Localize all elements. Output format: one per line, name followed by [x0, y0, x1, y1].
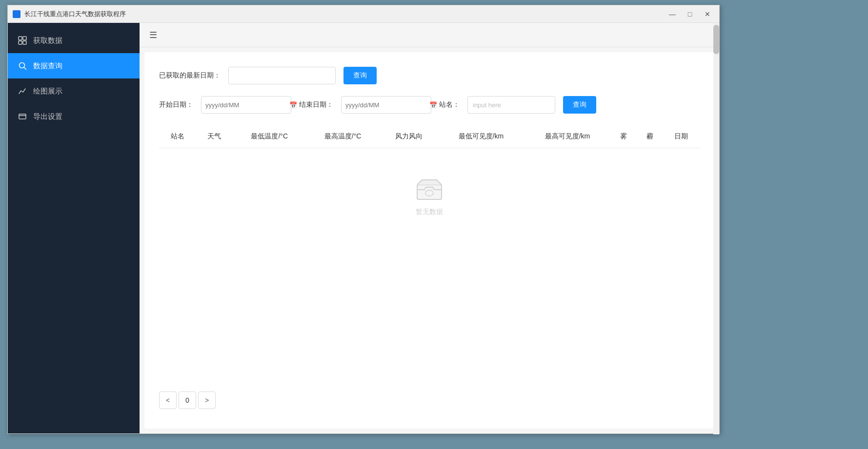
window-title: 长江干线重点港口天气数据获取程序: [24, 10, 666, 19]
svg-rect-1: [23, 37, 26, 40]
current-page: 0: [179, 391, 196, 409]
next-page-button[interactable]: >: [198, 391, 216, 409]
start-date-input[interactable]: [205, 101, 287, 109]
scrollbar[interactable]: [713, 23, 719, 433]
table-header-row: 站名天气最低温度/°C最高温度/°C风力风向最低可见度/km最高可见度/km雾霾…: [159, 125, 700, 148]
content-area: 已获取的最新日期： 查询 开始日期： 📅 结束日期： 📅: [144, 52, 714, 429]
menu-icon[interactable]: ☰: [149, 30, 157, 40]
chart-icon: [18, 86, 27, 96]
empty-icon: [415, 177, 444, 202]
scrollbar-thumb[interactable]: [713, 25, 719, 54]
search-query-button[interactable]: 查询: [563, 96, 596, 114]
window-controls: — □ ✕: [666, 9, 714, 19]
sidebar-label-data-query: 数据查询: [33, 61, 62, 71]
station-input[interactable]: [467, 96, 555, 114]
sidebar-item-chart[interactable]: 绘图展示: [8, 78, 140, 104]
sidebar-item-export[interactable]: 导出设置: [8, 104, 140, 129]
empty-text: 暂无数据: [416, 208, 443, 216]
search-row: 开始日期： 📅 结束日期： 📅 站名： 查询: [159, 96, 700, 114]
sidebar-label-export: 导出设置: [33, 112, 62, 121]
top-bar: ☰: [140, 23, 719, 47]
latest-date-query-button[interactable]: 查询: [343, 67, 377, 84]
minimize-button[interactable]: —: [666, 9, 679, 19]
table-header-cell: 霾: [637, 125, 663, 148]
start-date-label: 开始日期：: [159, 100, 193, 109]
svg-rect-2: [19, 41, 22, 44]
export-icon: [18, 112, 27, 121]
table-header-cell: 雾: [610, 125, 636, 148]
table-header-cell: 风力风向: [380, 125, 438, 148]
end-date-input[interactable]: [345, 101, 427, 109]
svg-rect-6: [19, 114, 26, 119]
data-table: 站名天气最低温度/°C最高温度/°C风力风向最低可见度/km最高可见度/km雾霾…: [159, 125, 700, 148]
end-date-label: 结束日期：: [299, 100, 333, 109]
table-header-cell: 天气: [196, 125, 233, 148]
sidebar-label-get-data: 获取数据: [33, 36, 62, 45]
table-header-cell: 最低温度/°C: [233, 125, 306, 148]
svg-rect-3: [23, 41, 26, 44]
sidebar: 获取数据 数据查询 绘图展示: [8, 23, 140, 433]
data-query-icon: [18, 61, 27, 71]
table-header-cell: 最高温度/°C: [306, 125, 379, 148]
svg-line-5: [24, 68, 26, 70]
main-content: ☰ 已获取的最新日期： 查询 开始日期： 📅 结束日期：: [140, 23, 719, 433]
end-calendar-icon: 📅: [429, 101, 437, 109]
latest-date-input[interactable]: [228, 67, 336, 84]
prev-page-button[interactable]: <: [159, 391, 177, 409]
station-label: 站名：: [439, 100, 460, 109]
table-header-cell: 站名: [159, 125, 196, 148]
sidebar-item-data-query[interactable]: 数据查询: [8, 53, 140, 78]
table-header-cell: 日期: [663, 125, 700, 148]
app-icon: [13, 10, 20, 18]
titlebar: 长江干线重点港口天气数据获取程序 — □ ✕: [8, 5, 719, 23]
table-header-cell: 最高可见度/km: [524, 125, 610, 148]
table-container: 站名天气最低温度/°C最高温度/°C风力风向最低可见度/km最高可见度/km雾霾…: [159, 125, 700, 370]
get-data-icon: [18, 36, 27, 45]
table-header-cell: 最低可见度/km: [438, 125, 524, 148]
latest-date-label: 已获取的最新日期：: [159, 71, 221, 80]
latest-date-row: 已获取的最新日期： 查询: [159, 67, 700, 84]
end-date-wrapper[interactable]: 📅: [341, 96, 431, 114]
close-button[interactable]: ✕: [701, 9, 714, 19]
empty-state: 暂无数据: [159, 148, 700, 246]
pagination: < 0 >: [159, 382, 700, 414]
start-calendar-icon: 📅: [289, 101, 297, 109]
start-date-wrapper[interactable]: 📅: [201, 96, 291, 114]
svg-rect-0: [19, 37, 22, 40]
sidebar-item-get-data[interactable]: 获取数据: [8, 28, 140, 53]
maximize-button[interactable]: □: [683, 9, 697, 19]
sidebar-label-chart: 绘图展示: [33, 87, 62, 96]
svg-point-4: [20, 63, 25, 68]
